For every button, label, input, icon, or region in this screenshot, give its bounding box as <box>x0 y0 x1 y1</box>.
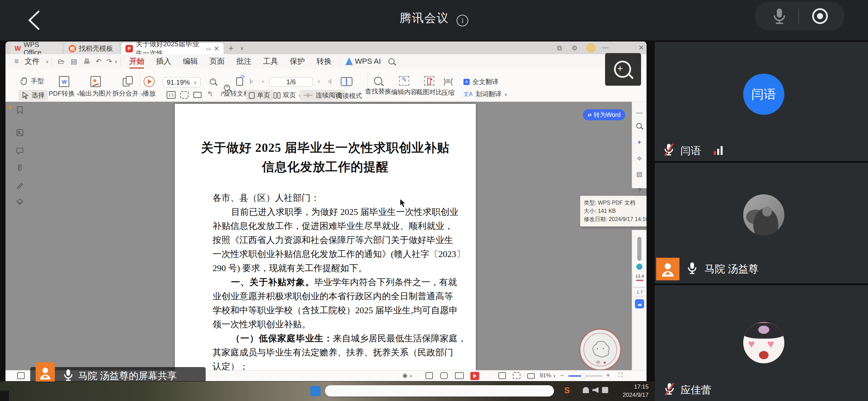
chevron-down-icon[interactable]: ∨ <box>114 59 118 64</box>
actual-size-icon[interactable]: 1:1 <box>167 91 176 99</box>
redo-icon[interactable]: ↷ <box>106 58 112 65</box>
tray-app-icon[interactable]: S <box>564 386 570 395</box>
first-page-icon[interactable]: |‹ <box>250 78 253 84</box>
tab-wps-home[interactable]: W WPS Office <box>10 43 62 54</box>
attachment-icon[interactable] <box>14 163 26 176</box>
participant-tile[interactable]: 闫语 闫语 <box>655 42 868 161</box>
mic-icon[interactable] <box>772 8 786 25</box>
widget-app-icon[interactable]: ☁ <box>635 299 644 308</box>
fit-page-icon[interactable] <box>180 91 189 99</box>
window-minimize-icon[interactable]: — <box>602 44 609 51</box>
fullscreen-icon[interactable]: ⛶ <box>618 372 623 379</box>
widget-dot-icon[interactable] <box>636 264 642 270</box>
single-page-button[interactable]: 单页 <box>246 90 273 101</box>
full-width-icon[interactable] <box>513 372 520 379</box>
split-merge-button[interactable]: 拆分合并 ∨ <box>112 76 144 98</box>
scrollbar-thumb[interactable] <box>637 237 641 261</box>
layout-fit-icon[interactable] <box>425 372 433 379</box>
play-button[interactable]: 播放 <box>143 76 156 98</box>
status-zoom-value[interactable]: 91% ∨ <box>540 372 556 379</box>
select-tool[interactable]: 选择 <box>19 90 48 101</box>
open-folder-icon[interactable]: 🗁 <box>58 58 64 65</box>
participant-tile[interactable]: 马院 汤益尊 <box>655 163 868 283</box>
sparkle-icon[interactable]: ✦ <box>635 138 644 147</box>
rail-search-icon[interactable] <box>636 123 642 129</box>
print-icon[interactable]: 🖶 <box>83 58 90 65</box>
search-icon[interactable] <box>388 58 395 64</box>
layers-icon[interactable] <box>14 198 26 210</box>
last-page-icon[interactable]: ›| <box>328 78 331 84</box>
participant-tile[interactable]: ♥ ♥ 应佳蕾 <box>655 285 868 401</box>
hamburger-icon[interactable]: ≡ <box>14 58 19 65</box>
window-pages-icon[interactable]: ⧉ <box>557 45 562 51</box>
taskbar-app-icon[interactable] <box>310 386 321 396</box>
hand-tool[interactable]: 手型 <box>21 77 44 86</box>
pdf-convert-button[interactable]: W PDF转换 ∨ <box>49 76 80 98</box>
export-image-button[interactable]: 输出为图片 <box>79 76 112 98</box>
menu-file[interactable]: 文件 <box>19 56 46 66</box>
menu-item[interactable]: 批注 <box>230 56 257 66</box>
fit-height-icon[interactable] <box>527 373 535 379</box>
convert-to-word-button[interactable]: ⇄ 转为Word <box>583 109 625 120</box>
window-settings-icon[interactable]: ⚙ <box>571 45 578 51</box>
rotate-left-icon[interactable]: ↰ <box>207 90 213 97</box>
wifi-icon[interactable] <box>583 387 589 393</box>
info-icon[interactable]: i <box>457 15 468 26</box>
fit-width-icon[interactable] <box>193 92 202 98</box>
edit-content-button[interactable]: ✎ 编辑内容 <box>391 76 417 97</box>
prev-page-icon[interactable]: ‹ <box>262 78 264 84</box>
new-tab-icon[interactable]: + <box>228 44 233 52</box>
find-replace-button[interactable]: 查找替换 <box>365 77 391 96</box>
read-mode-button[interactable]: 阅读模式 <box>336 92 362 100</box>
menu-wps-ai[interactable]: WPS AI <box>355 57 381 66</box>
undo-icon[interactable]: ↶ <box>96 58 101 65</box>
tab-close-icon[interactable]: ✕ <box>214 45 219 52</box>
tab-docer[interactable]: 稻 找稻壳模板 <box>64 43 119 54</box>
thumbnail-icon[interactable] <box>14 128 26 141</box>
page-fit-icon[interactable] <box>498 372 506 379</box>
account-avatar[interactable] <box>586 43 596 53</box>
save-icon[interactable]: ▤ <box>71 58 77 65</box>
menu-item[interactable]: 转换 <box>311 56 337 66</box>
widget-card[interactable]: 13.4 <box>633 272 646 287</box>
collapse-icon[interactable]: — <box>635 108 644 117</box>
menu-item[interactable]: 工具 <box>257 56 284 66</box>
bookmark-icon[interactable] <box>14 106 26 118</box>
menu-item[interactable]: 插入 <box>150 56 177 66</box>
slideshow-play-button[interactable] <box>470 372 479 380</box>
record-icon[interactable] <box>812 8 828 24</box>
tab-list-icon[interactable]: ∨ <box>240 46 244 51</box>
word-translate-button[interactable]: 文A 划词翻译∨ <box>463 90 507 99</box>
menu-item[interactable]: 编辑 <box>177 56 204 66</box>
sidebar-toggle-icon[interactable] <box>17 372 25 379</box>
zoom-slider-handle[interactable] <box>581 374 586 379</box>
zoom-slider-track[interactable] <box>568 375 603 377</box>
layout-double-icon[interactable] <box>455 372 464 379</box>
speaker-icon[interactable] <box>592 387 599 393</box>
screenshot-compare-button[interactable]: 截图对比 <box>416 76 442 97</box>
menu-item[interactable]: 页面 <box>204 56 230 66</box>
full-translate-button[interactable]: A 全文翻译 <box>463 77 498 86</box>
menu-item[interactable]: 开始 <box>123 56 150 66</box>
zoom-slider-plus[interactable]: + <box>606 372 610 379</box>
comment-icon[interactable] <box>14 146 26 159</box>
page-indicator-input[interactable]: 1/6 <box>269 77 313 87</box>
layout-single-icon[interactable] <box>440 372 448 379</box>
compress-button[interactable]: )≡( 压缩 <box>442 76 455 97</box>
zoom-level-select[interactable]: 91.19%∨ <box>163 77 201 87</box>
zoom-out-icon[interactable]: − <box>210 78 216 85</box>
document-viewport[interactable]: 关于做好 2025 届毕业生一次性求职创业补贴 信息化发放工作的提醒 各市、县（… <box>5 102 647 370</box>
next-page-icon[interactable]: › <box>318 78 320 84</box>
adjust-icon[interactable]: ≑ <box>635 154 644 163</box>
tab-preview-icon[interactable]: ▭ <box>206 46 211 51</box>
double-page-button[interactable]: 双页∨ <box>274 91 302 100</box>
view-eye-icon[interactable]: ◉ ∨ <box>402 372 412 379</box>
meeting-zoom-overlay[interactable] <box>605 53 641 86</box>
desktop-search-bar[interactable] <box>325 385 554 397</box>
card-icon[interactable]: ▤ <box>635 170 644 179</box>
pen-icon[interactable] <box>14 181 26 193</box>
tab-document-active[interactable]: P 关于做好2025届毕业生一次性 ▭ ✕ <box>121 43 224 54</box>
zoom-slider-minus[interactable]: − <box>560 372 564 379</box>
window-close-icon[interactable]: ✕ <box>638 44 644 51</box>
menu-item[interactable]: 保护 <box>284 56 311 66</box>
